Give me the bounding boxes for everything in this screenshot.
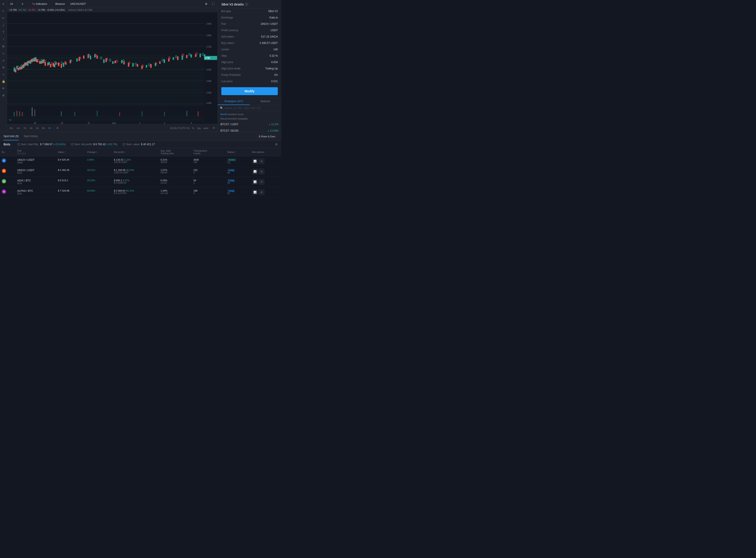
- svg-rect-81: [164, 59, 165, 63]
- ruler-tool[interactable]: ⊿: [1, 58, 6, 62]
- tf-1d[interactable]: 1d: [35, 126, 39, 130]
- pattern-tool[interactable]: ⊞: [1, 44, 6, 48]
- pct-btn[interactable]: %: [191, 126, 195, 130]
- magnet-tool[interactable]: ⌾: [1, 72, 6, 76]
- share-earn-button[interactable]: $ Share & Earn: [256, 134, 278, 139]
- chart-topbar: 1h 🕯 ⌥ Indicators Binance 1INCH/USDT ⚙ ⛶: [7, 0, 218, 8]
- tab-spot-history[interactable]: Spot history: [24, 132, 38, 141]
- tab-balance[interactable]: Balance: [250, 98, 281, 105]
- indicators-btn[interactable]: ⌥ Indicators: [30, 2, 48, 6]
- tf-7d[interactable]: 7d: [23, 126, 27, 130]
- compare-btn[interactable]: ⊕: [56, 126, 59, 130]
- bot-value-cell: $ 4 025.44: [56, 156, 85, 167]
- strategy-item[interactable]: BTCST / BUSD13.08%: [218, 128, 281, 132]
- high-val: H0.792: [19, 8, 26, 11]
- svg-rect-72: [76, 58, 78, 61]
- auto-btn[interactable]: auto: [203, 126, 209, 130]
- bot-chart-btn[interactable]: 📊: [252, 189, 258, 195]
- bot-avg-cell: 0.21% 15d 6h: [159, 156, 192, 167]
- svg-rect-184: [61, 111, 62, 116]
- summary-item: ? Sum. total P&L: $ 7 668.67 (+23.41%): [17, 143, 66, 146]
- candle-type-btn[interactable]: 🕯: [20, 2, 25, 6]
- tf-1m[interactable]: 1m: [16, 126, 21, 130]
- bots-tbody: G 1INCH / USDT GRID $ 4 025.44 3.04% $ 1…: [0, 156, 281, 198]
- bot-status-cell: Active TU: [225, 156, 250, 167]
- bot-avg-cell: 1.34% 1m 11d: [159, 187, 192, 198]
- svg-rect-178: [14, 112, 15, 116]
- bot-stop-btn[interactable]: ⊘: [259, 189, 264, 195]
- svg-rect-76: [112, 61, 114, 64]
- tf-1h[interactable]: 1h: [48, 126, 52, 130]
- path-tool[interactable]: ⌇: [1, 37, 6, 41]
- table-row: B 1INCH / USDT DCA $ 4 366.36 33.51% $ 1…: [0, 167, 281, 177]
- svg-rect-84: [191, 54, 192, 57]
- th-transactions: TransactionsLevels: [192, 148, 225, 156]
- change-val: +0.001 (+0.13%): [47, 8, 65, 11]
- tf-3d[interactable]: 3d: [29, 126, 33, 130]
- bot-chart-btn[interactable]: 📊: [252, 158, 258, 164]
- settings-btn[interactable]: ⚙: [204, 2, 209, 6]
- sbot-details-panel: SBot V2 details ? Bot typeSBot V2Exchang…: [218, 0, 281, 132]
- pair-btn[interactable]: 1INCH/USDT: [69, 2, 87, 6]
- text-tool[interactable]: T: [1, 30, 6, 34]
- timeframe-1h-btn[interactable]: 1h: [9, 2, 14, 6]
- draw-tool[interactable]: ✏: [1, 16, 6, 20]
- svg-rect-70: [54, 65, 55, 67]
- emoji-tool[interactable]: ☺: [1, 51, 6, 55]
- svg-rect-186: [97, 111, 98, 116]
- bot-tx-cell: 3636 140: [192, 156, 225, 167]
- left-toolbar: ✛ ↖ ✏ ╱ T ⌇ ⊞ ☺ ⊿ ⊕ ⌾ 🔒 👁 ⚙: [0, 0, 7, 132]
- filter-button[interactable]: ⚙: [275, 143, 278, 146]
- bot-details-rows: Bot typeSBot V2ExchangeGate.ioPair1INCH …: [218, 8, 281, 84]
- bot-stop-btn[interactable]: ⊘: [259, 179, 264, 185]
- svg-rect-185: [74, 112, 75, 116]
- strategies-list: BTCST / USDT13.5%BTCST / BUSD13.08%LDO /…: [218, 121, 281, 132]
- tab-spot-bots[interactable]: Spot bots (9): [3, 132, 19, 141]
- bot-profit-cell: $ 1 184.99 36.23% 1185.34 USDT: [112, 167, 159, 177]
- svg-rect-189: [164, 112, 165, 116]
- tf-6h[interactable]: 6h: [41, 126, 46, 130]
- fullscreen-btn[interactable]: ⛶: [210, 2, 216, 6]
- svg-rect-96: [39, 61, 41, 64]
- svg-rect-73: [90, 56, 91, 59]
- chart-canvas[interactable]: 0.850 0.800 0.750 0.700 0.650 0.600 0.55…: [7, 12, 218, 124]
- bots-table-container[interactable]: Ex. PairBot type Value ? Change ? Bot pr…: [0, 148, 281, 211]
- strategy-search-input[interactable]: [225, 107, 279, 109]
- bot-options-cell: 📊 ⊘: [250, 177, 281, 187]
- line-tool[interactable]: ╱: [1, 23, 6, 27]
- tf-3m[interactable]: 3m: [9, 126, 14, 130]
- panel-help-icon[interactable]: ?: [245, 3, 248, 6]
- log-btn[interactable]: log: [197, 126, 202, 130]
- summary-items: ? Sum. total P&L: $ 7 668.67 (+23.41%)? …: [17, 143, 155, 146]
- tab-strategies[interactable]: Strategies (427): [218, 98, 250, 105]
- cursor-tool[interactable]: ↖: [1, 9, 6, 13]
- strategies-section: Strategies (427) Balance 🔍 Month backtes…: [218, 98, 281, 132]
- svg-rect-190: [186, 111, 187, 116]
- th-bot-options: Bot options: [250, 148, 281, 156]
- eye-tool[interactable]: 👁: [1, 86, 6, 91]
- bot-chart-btn[interactable]: 📊: [252, 169, 258, 174]
- bot-chart-btn[interactable]: 📊: [252, 179, 258, 185]
- modify-button[interactable]: Modify: [221, 87, 278, 95]
- strategy-item[interactable]: BTCST / USDT13.5%: [218, 121, 281, 128]
- bot-change-cell: 3.04%: [85, 156, 112, 167]
- bot-pair-cell: 1INCH / USDT GRID: [16, 156, 56, 167]
- svg-rect-117: [150, 65, 151, 68]
- chart-settings-gear[interactable]: ⚙: [212, 126, 216, 130]
- panel-header: SBot V2 details ?: [218, 0, 281, 8]
- svg-rect-90: [23, 65, 24, 68]
- close-val: C0.789: [37, 8, 45, 11]
- settings-tool[interactable]: ⚙: [1, 93, 6, 98]
- svg-rect-180: [19, 111, 20, 116]
- backtest-label: Month backtest result: [218, 111, 281, 117]
- bot-stop-btn[interactable]: ⊘: [259, 158, 264, 164]
- bot-stop-btn[interactable]: ⊘: [259, 169, 264, 174]
- lock-tool[interactable]: 🔒: [1, 79, 6, 83]
- backtest-month: Month: [221, 113, 227, 116]
- bot-status-cell: Long TP: [225, 177, 250, 187]
- crosshair-tool[interactable]: ✛: [1, 2, 6, 6]
- zoom-tool[interactable]: ⊕: [1, 65, 6, 70]
- th-avg-daily: Avg. dailyTrading time: [159, 148, 192, 156]
- exchange-btn[interactable]: Binance: [54, 2, 66, 6]
- panel-detail-row: ExchangeGate.io: [218, 15, 281, 21]
